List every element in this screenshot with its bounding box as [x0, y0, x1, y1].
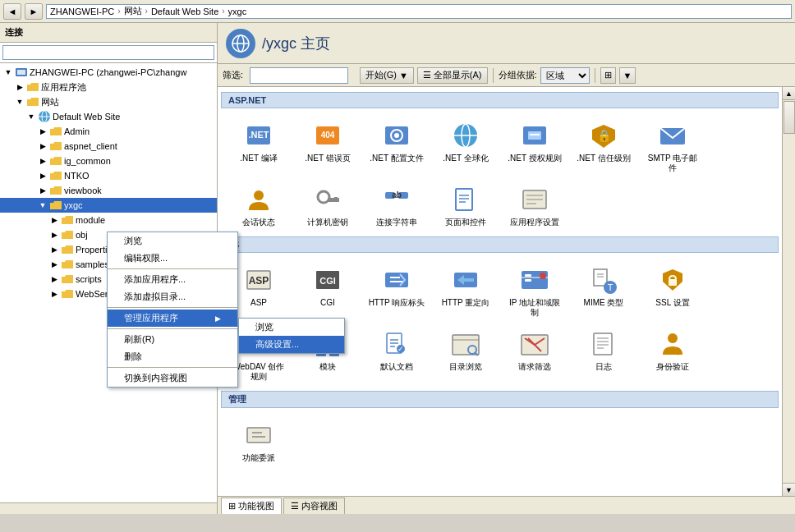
tree-toggle[interactable]: ▶ [48, 213, 61, 227]
menu-item-编辑权限...[interactable]: 编辑权限... [108, 250, 237, 267]
view-toggle-button[interactable]: ⊞ [600, 67, 616, 84]
icon-item-http-redirect[interactable]: HTTP 重定向 [433, 261, 499, 322]
icon-item-smtp[interactable]: SMTP 电子邮件 [640, 117, 705, 177]
tree-toggle[interactable]: ▼ [2, 66, 15, 79]
tree-toggle[interactable]: ▶ [48, 228, 61, 241]
tree-item-aspnet_client[interactable]: ▶aspnet_client [0, 139, 217, 154]
svg-rect-77 [594, 333, 612, 355]
scroll-up-button[interactable]: ▲ [783, 87, 795, 100]
tree-item-defaultsite[interactable]: ▼Default Web Site [0, 109, 217, 124]
tree-toggle[interactable]: ▶ [36, 154, 49, 167]
svg-text:T: T [608, 282, 613, 292]
menu-item-刷新(R)[interactable]: 刷新(R) [108, 331, 237, 348]
icon-image-delegation [243, 420, 274, 452]
icon-item-logging[interactable]: 日志 [571, 325, 636, 386]
menu-item-添加应用程序...[interactable]: 添加应用程序... [108, 271, 237, 288]
icon-item-req-filter[interactable]: 请求筛选 [502, 325, 568, 386]
tree-icon-module [61, 213, 74, 227]
icon-label-pages: 页面和控件 [445, 218, 486, 227]
icon-item-cgi[interactable]: CGI CGI [295, 261, 361, 322]
tree-item-module[interactable]: ▶module [0, 213, 217, 227]
scroll-thumb[interactable] [784, 101, 795, 134]
icon-item-net-config[interactable]: .NET 配置文件 [364, 117, 430, 177]
tree-toggle[interactable]: ▼ [25, 110, 38, 123]
icon-item-conn-string[interactable]: ab 连接字符串 [364, 181, 430, 232]
scroll-down-button[interactable]: ▼ [783, 483, 795, 496]
menu-item-删除[interactable]: 删除 [108, 348, 237, 365]
tree-toggle[interactable]: ▶ [48, 273, 61, 286]
tree-toggle[interactable]: ▶ [48, 243, 61, 256]
icon-label-req-filter: 请求筛选 [518, 362, 551, 372]
tree-toggle[interactable]: ▶ [36, 140, 49, 153]
icon-item-pages[interactable]: 页面和控件 [433, 181, 499, 232]
tree-toggle[interactable]: ▶ [13, 80, 26, 94]
tree-icon-aspnet_client [49, 140, 62, 153]
icon-item-ip-restrict[interactable]: IP 地址和域限制 [502, 261, 568, 322]
icon-item-net-global[interactable]: .NET 全球化 [433, 117, 499, 177]
group-select[interactable]: 区域 [540, 67, 590, 84]
icon-image-net-compile: .NET [243, 121, 274, 152]
toolbar-separator [493, 68, 494, 83]
icon-item-machine-key[interactable]: 计算机密钥 [295, 181, 361, 232]
menu-item-添加虚拟目录...[interactable]: 添加虚拟目录... [108, 288, 237, 305]
submenu-item-高级设置...[interactable]: 高级设置... [239, 336, 344, 353]
icon-item-dir-browse[interactable]: 目录浏览 [433, 325, 499, 386]
tree-toggle[interactable]: ▶ [36, 125, 49, 138]
tree-icon-properties [61, 243, 74, 256]
svg-rect-1 [17, 70, 25, 75]
start-button[interactable]: 开始(G) ▼ [360, 67, 414, 84]
menu-item-切换到内容视图[interactable]: 切换到内容视图 [108, 369, 237, 387]
path-sep1: › [117, 7, 120, 16]
showall-button[interactable]: ☰ 全部显示(A) [417, 67, 488, 84]
tree-item-apppool[interactable]: ▶应用程序池 [0, 80, 217, 94]
tree-toggle[interactable]: ▶ [36, 184, 49, 197]
tab-功能视图[interactable]: ⊞ 功能视图 [221, 498, 282, 514]
tree-item-viewbook[interactable]: ▶viewbook [0, 183, 217, 198]
menu-item-label: 浏览 [124, 235, 142, 247]
icon-label-ssl: SSL 设置 [655, 298, 689, 308]
icon-item-ssl[interactable]: SSL 设置 [640, 261, 705, 322]
icon-item-net-error[interactable]: 404 .NET 错误页 [295, 117, 361, 177]
icon-item-mime[interactable]: T MIME 类型 [571, 261, 636, 322]
tree-item-ntko[interactable]: ▶NTKO [0, 168, 217, 183]
forward-button[interactable]: ► [25, 3, 43, 20]
tree-item-sites[interactable]: ▼网站 [0, 94, 217, 109]
search-input[interactable] [2, 45, 214, 60]
back-button[interactable]: ◄ [3, 3, 21, 20]
icon-item-delegation[interactable]: 功能委派 [226, 416, 292, 467]
icon-item-net-auth[interactable]: .NET 授权规则 [502, 117, 568, 177]
filter-input[interactable] [250, 67, 348, 84]
icon-item-auth[interactable]: 身份验证 [640, 325, 705, 386]
icon-item-default-doc[interactable]: ✓ 默认文档 [364, 325, 430, 386]
menu-separator [108, 268, 237, 269]
tree-label-viewbook: viewbook [64, 186, 102, 195]
submenu-item-浏览[interactable]: 浏览 [239, 319, 344, 336]
menu-item-label: 添加虚拟目录... [124, 291, 186, 303]
tree-toggle[interactable]: ▶ [48, 287, 61, 300]
icon-item-http-response[interactable]: HTTP 响应标头 [364, 261, 430, 322]
scrollbar-vertical[interactable]: ▲ ▼ [782, 87, 795, 496]
tree-item-admin[interactable]: ▶Admin [0, 124, 217, 139]
icons-grid-ASP.NET: .NET .NET 编译 404 .NET 错误页 .NET 配置文件 .NET… [221, 113, 779, 235]
icon-item-net-trust[interactable]: 🔒 .NET 信任级别 [571, 117, 636, 177]
tree-toggle[interactable]: ▶ [48, 258, 61, 271]
icon-image-cgi: CGI [312, 265, 343, 296]
icon-image-ip-restrict [519, 265, 550, 296]
filter-label: 筛选: [223, 69, 243, 81]
icon-item-net-compile[interactable]: .NET .NET 编译 [226, 117, 292, 177]
icon-item-session[interactable]: 会话状态 [226, 181, 292, 232]
tree-toggle[interactable]: ▼ [36, 199, 49, 212]
tree-item-root[interactable]: ▼ZHANGWEI-PC (zhangwei-PC\zhangw [0, 65, 217, 80]
view-list-button[interactable]: ▼ [619, 67, 636, 84]
menu-item-管理应用程序[interactable]: 管理应用程序▶ [108, 310, 237, 327]
icon-item-app-settings[interactable]: 应用程序设置 [502, 181, 568, 232]
tree-toggle[interactable]: ▶ [36, 169, 49, 182]
menu-item-浏览[interactable]: 浏览 [108, 232, 237, 250]
tree-item-yxgc[interactable]: ▼yxgc [0, 198, 217, 213]
tree-toggle[interactable]: ▼ [13, 95, 26, 108]
icon-label-logging: 日志 [595, 362, 612, 372]
tab-内容视图[interactable]: ☰ 内容视图 [283, 498, 345, 514]
tree-label-scripts: scripts [76, 274, 102, 284]
toolbar: 筛选: 开始(G) ▼ ☰ 全部显示(A) 分组依据: 区域 ⊞ ▼ [218, 64, 795, 87]
tree-item-ig_common[interactable]: ▶ig_common [0, 154, 217, 168]
